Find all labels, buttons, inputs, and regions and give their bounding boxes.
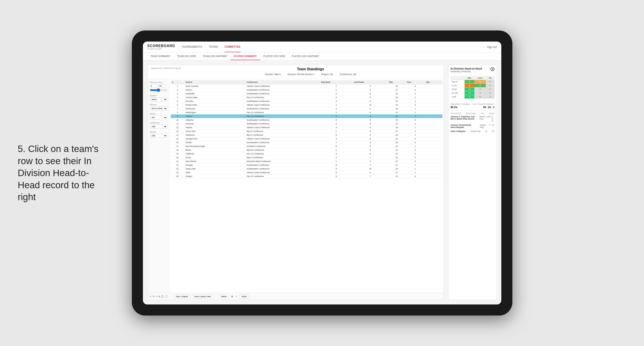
cell-win — [425, 174, 442, 178]
sub-nav-player-h2h-grid[interactable]: PLAYER H2H GRID — [260, 53, 288, 60]
cell-num: 24 — [171, 171, 184, 174]
table-row[interactable]: 7 Tennessee Southeastern Conference 4 6 … — [171, 107, 442, 111]
table-row[interactable]: 2 Auburn Southeastern Conference 1 9 27 … — [171, 88, 442, 92]
table-row[interactable]: 23 Texas A&M Southeastern Conference 9 1… — [171, 167, 442, 171]
cell-school: East Tennessee State — [184, 145, 245, 148]
table-row[interactable]: 22 Georgia Southeastern Conference 8 7 2… — [171, 163, 442, 167]
cell-school: Virginia — [184, 126, 245, 130]
share-button[interactable]: Share — [239, 295, 249, 299]
cell-school: North Carolina — [184, 84, 245, 88]
table-row[interactable]: 19 California Pac-12 Conference 4 8 24 2 — [171, 152, 442, 156]
logo-text: SCOREBOARD — [147, 44, 175, 48]
table-row[interactable]: 20 Texas Big 12 Conference 3 7 20 2 — [171, 156, 442, 160]
cell-num: 22 — [171, 163, 184, 167]
h2h-close-button[interactable]: ✕ — [490, 67, 494, 71]
table-row[interactable]: 3 Vanderbilt Southeastern Conference 2 8… — [171, 92, 442, 96]
h2h-col-loss: Loss — [474, 76, 486, 80]
sub-nav-team-summary[interactable]: TEAM SUMMARY — [147, 53, 174, 60]
nav-links: TOURNAMENTS TEAMS COMMITTEE — [182, 42, 484, 52]
nav-tournaments[interactable]: TOURNAMENTS — [182, 42, 202, 52]
table-row[interactable]: 13 Texas Tech Big 12 Conference 1 9 27 2 — [171, 130, 442, 133]
cell-conf-rank: 8 — [353, 145, 388, 148]
table-row[interactable]: 15 Georgia Tech Atlantic Coast Conferenc… — [171, 137, 442, 141]
sub-nav-team-h2h-grid[interactable]: TEAM H2H GRID — [174, 53, 199, 60]
nav-committee[interactable]: COMMITTEE — [224, 42, 240, 52]
cell-school: Georgia Tech — [184, 137, 245, 141]
division-select[interactable]: NCAA Division I — [150, 107, 167, 111]
table-row[interactable]: 6 Florida State Atlantic Coast Conferenc… — [171, 103, 442, 107]
table-row[interactable]: 21 New Mexico Mountain West Conference 1… — [171, 160, 442, 163]
paste-icon[interactable]: 📋 — [161, 295, 164, 298]
min-rounds-input[interactable] — [150, 84, 158, 88]
conference-select[interactable]: (All) — [150, 125, 167, 129]
cell-conf-rank: 7 — [353, 174, 388, 178]
screen-icon[interactable]: 🖥 — [231, 295, 233, 298]
copy-icon[interactable]: ⧉ — [158, 295, 160, 298]
share-icon[interactable]: ↗ — [236, 295, 237, 298]
table-row[interactable]: 16 Florida Southeastern Conference 7 9 2… — [171, 141, 442, 145]
table-row[interactable]: 8 Washington Pac-12 Conference 2 8 23 1 — [171, 111, 442, 114]
tournament-score-1: 2-3-0 — [492, 116, 494, 122]
table-row[interactable]: 1 North Carolina Atlantic Coast Conferen… — [171, 84, 442, 88]
cell-rds: 23 — [388, 167, 406, 171]
min-rounds-filter: Minimum Rou... — [150, 81, 167, 92]
sub-nav-team-h2h-heatmap[interactable]: TEAM H2H HEATMAP — [199, 53, 230, 60]
gender-select[interactable]: Men's Women's — [150, 97, 167, 101]
cell-rds: 23 — [388, 84, 406, 88]
redo-icon[interactable]: ⟳ — [153, 295, 154, 298]
cell-win — [425, 160, 442, 163]
step-back-icon[interactable]: ↪ — [156, 295, 157, 298]
cell-reg-rank: 5 — [320, 171, 353, 174]
school-filter-group: School (All) — [150, 131, 167, 138]
toolbar-sep-1: | — [170, 295, 171, 298]
col-conf-rank: Conf Rank — [353, 80, 388, 84]
col-win: Win — [425, 80, 442, 84]
h2h-values-row: 99.1% 86 - 26 - 1 — [451, 106, 494, 109]
table-row[interactable]: 10 Alabama Southeastern Conference 5 8 2… — [171, 118, 442, 122]
sub-nav-player-summary[interactable]: PLAYER SUMMARY — [230, 53, 260, 60]
table-row[interactable]: 4 Arizona State Pac-12 Conference 4 9 26… — [171, 96, 442, 99]
cell-conf-rank: 8 — [353, 92, 388, 96]
table-row[interactable]: 14 Oklahoma Big 12 Conference 5 9 26 2 — [171, 133, 442, 137]
cell-num: 15 — [171, 137, 184, 141]
h2h-row-51-100: 51-100 20 3 0 — [451, 91, 494, 95]
h2h-tie-26-50: 1 — [486, 87, 494, 91]
view-original-button[interactable]: View: Original — [174, 295, 190, 299]
save-custom-view-button[interactable]: Save Custom View — [192, 295, 213, 299]
sub-nav: TEAM SUMMARY TEAM H2H GRID TEAM H2H HEAT… — [143, 53, 501, 60]
col-reg-rank: Reg Rank — [320, 80, 353, 84]
min-rounds-max-input[interactable] — [158, 84, 166, 88]
table-row[interactable]: 25 Oregon Pac-12 Conference 5 7 21 0 — [171, 174, 442, 178]
table-row[interactable]: 11 Arkansas Southeastern Conference 6 8 … — [171, 122, 442, 126]
undo-icon[interactable]: ↩ — [150, 295, 152, 298]
bottom-toolbar: ↩ ⟳ ↪ ⧉ 📋 🕐 | View: Original Save Custom… — [148, 293, 444, 300]
school-select[interactable]: (All) — [150, 134, 167, 138]
table-row[interactable]: 5 Ole Miss Southeastern Conference 3 6 1… — [171, 99, 442, 103]
cell-conf: Southeastern Conference — [245, 167, 320, 171]
cell-conf: Big Ten Conference — [245, 148, 320, 152]
h2h-divider-1 — [451, 101, 494, 101]
annotation-text: 5. Click on a team's row to see their In… — [18, 143, 102, 203]
cell-win — [425, 152, 442, 156]
cell-conf-rank: 10 — [353, 167, 388, 171]
table-row[interactable]: 9 Arizona Pac-12 Conference 5 8 22 3 — [171, 114, 442, 118]
cell-num: 12 — [171, 126, 184, 130]
table-row[interactable]: 17 East Tennessee State Southern Confere… — [171, 145, 442, 148]
table-row[interactable]: 24 Duke Atlantic Coast Conference 5 9 27… — [171, 171, 442, 174]
sign-out-button[interactable]: Sign out — [484, 45, 497, 49]
table-row[interactable]: 18 Illinois Big Ten Conference 1 9 23 3 — [171, 148, 442, 152]
nav-teams[interactable]: TEAMS — [209, 42, 218, 52]
h2h-range-51-100: 51-100 — [451, 91, 465, 95]
region-select[interactable]: N/A — [150, 116, 167, 120]
cell-tour: 3 — [406, 118, 425, 122]
clock-icon[interactable]: 🕐 — [165, 295, 168, 298]
sub-nav-player-h2h-heatmap[interactable]: PLAYER H2H HEATMAP — [288, 53, 322, 60]
table-row[interactable]: 12 Virginia Atlantic Coast Conference 3 … — [171, 126, 442, 130]
cell-tour: 4 — [406, 84, 425, 88]
cell-conf-rank: 9 — [353, 130, 388, 133]
cell-reg-rank: 5 — [320, 114, 353, 118]
cell-conf: Atlantic Coast Conference — [245, 137, 320, 141]
watch-button[interactable]: Watch — [219, 295, 229, 299]
min-rounds-slider[interactable] — [150, 88, 167, 92]
col-school: School — [184, 80, 245, 84]
